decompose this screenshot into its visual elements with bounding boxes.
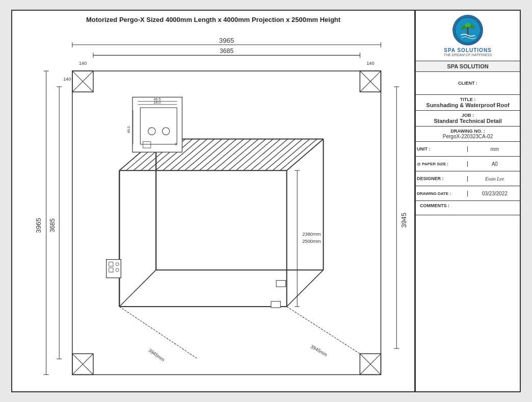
designer-value: Evan Lee	[467, 176, 520, 182]
svg-line-71	[258, 139, 295, 171]
unit-value: mm	[467, 146, 520, 152]
job-section: JOB : Standard Technical Detail	[416, 111, 520, 127]
svg-line-78	[119, 307, 198, 359]
drawing-area: Motorized Pergo-X Sized 4000mm Length x …	[12, 11, 415, 391]
job-label: JOB :	[420, 113, 516, 118]
svg-line-74	[280, 139, 317, 171]
drawing-date-label: DRAWING DATE :	[416, 191, 467, 196]
logo-company-name: SPA SOLUTIONS	[444, 47, 492, 53]
logo-text-block: SPA SOLUTIONS THE DREAM OF HAPPINESS	[444, 47, 492, 57]
title-section: TITLE : Sunshading & Waterproof Roof	[416, 95, 520, 111]
svg-line-60	[177, 139, 215, 171]
svg-text:3945mm: 3945mm	[148, 348, 166, 363]
comments-label: COMMENTS :	[420, 203, 516, 208]
svg-text:2500mm: 2500mm	[302, 239, 321, 244]
svg-line-63	[199, 139, 236, 171]
svg-text:3945mm: 3945mm	[310, 344, 328, 358]
title-label: TITLE :	[420, 97, 516, 102]
company-logo	[453, 15, 483, 45]
svg-rect-27	[72, 71, 381, 374]
svg-text:2380mm: 2380mm	[302, 232, 321, 237]
svg-line-66	[221, 139, 258, 171]
svg-line-69	[244, 139, 281, 171]
paper-size-section: @ PAPER SIZE : A0	[416, 157, 520, 171]
svg-line-73	[273, 139, 310, 171]
svg-line-65	[214, 139, 251, 171]
svg-line-68	[236, 139, 273, 171]
paper-size-label: @ PAPER SIZE :	[416, 162, 467, 166]
comments-body-area	[416, 215, 520, 391]
client-section: CLIENT :	[416, 72, 520, 95]
page: Motorized Pergo-X Sized 4000mm Length x …	[11, 10, 521, 392]
drawing-no-section: DRAWING NO. : PergoX-220323CA-02	[416, 127, 520, 142]
svg-text:140: 140	[366, 61, 374, 66]
svg-line-80	[287, 307, 360, 354]
drawing-date-section: DRAWING DATE : 03/23/2022	[416, 186, 520, 201]
svg-text:46.0: 46.0	[127, 126, 131, 133]
unit-label: UNIT :	[416, 146, 467, 152]
svg-text:140: 140	[79, 61, 87, 66]
svg-rect-93	[271, 302, 280, 308]
svg-line-67	[229, 139, 266, 171]
title-value: Sunshading & Waterproof Roof	[420, 102, 516, 108]
svg-text:3685: 3685	[49, 218, 56, 233]
right-panel: SPA SOLUTIONS THE DREAM OF HAPPINESS SPA…	[415, 11, 520, 391]
svg-text:140: 140	[63, 77, 71, 82]
svg-text:3945: 3945	[400, 213, 408, 228]
svg-line-70	[251, 139, 288, 171]
drawing-no-value: PergoX-220323CA-02	[420, 134, 516, 139]
designer-label: DESIGNER :	[416, 176, 467, 181]
spa-solution-label: SPA SOLUTION	[447, 63, 488, 69]
unit-section: UNIT : mm	[416, 142, 520, 157]
svg-line-75	[287, 139, 324, 171]
svg-text:18.0: 18.0	[153, 100, 161, 105]
client-label: CLIENT :	[420, 81, 516, 86]
svg-text:3965: 3965	[35, 218, 42, 233]
svg-line-46	[287, 270, 324, 307]
comments-section: COMMENTS :	[416, 201, 520, 215]
job-value: Standard Technical Detail	[420, 118, 516, 124]
drawing-title: Motorized Pergo-X Sized 4000mm Length x …	[17, 16, 409, 23]
svg-line-62	[192, 139, 229, 171]
svg-line-64	[207, 139, 244, 171]
svg-line-45	[119, 270, 156, 307]
designer-section: DESIGNER : Evan Lee	[416, 171, 520, 186]
svg-text:3685: 3685	[220, 47, 234, 55]
svg-text:θ: θ	[175, 142, 177, 146]
svg-rect-87	[107, 260, 121, 278]
spa-solution-header: SPA SOLUTION	[416, 61, 520, 72]
svg-line-72	[265, 139, 303, 171]
paper-size-value: A0	[467, 161, 520, 167]
technical-drawing-svg: 3965 3685 140 140 3965 3685 140	[15, 29, 412, 386]
drawing-date-value: 03/23/2022	[467, 191, 520, 196]
svg-rect-92	[276, 281, 285, 287]
logo-section: SPA SOLUTIONS THE DREAM OF HAPPINESS	[416, 11, 520, 61]
svg-text:3965: 3965	[219, 37, 234, 44]
logo-tagline: THE DREAM OF HAPPINESS	[444, 53, 492, 57]
svg-line-61	[185, 139, 222, 171]
drawing-no-label: DRAWING NO. :	[420, 129, 516, 134]
